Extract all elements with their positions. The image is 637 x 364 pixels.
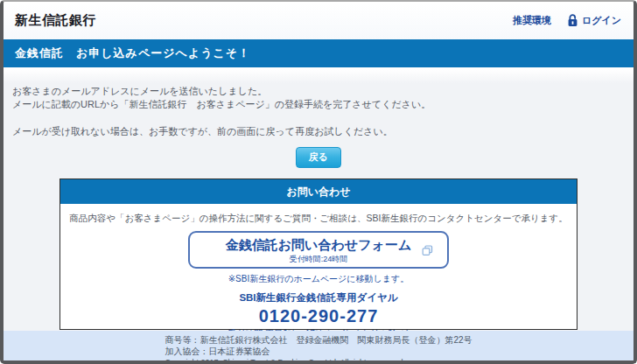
contact-box-title: お問い合わせ: [286, 185, 350, 200]
message-line-2: メールに記載のURLから「新生信託銀行 お客さまページ」の登録手続を完了させてく…: [4, 98, 634, 111]
page-title: 金銭信託 お申し込みページへようこそ！: [15, 46, 250, 61]
bank-logo-link[interactable]: 新生信託銀行: [15, 12, 96, 29]
recommended-environment-link[interactable]: 推奨環境: [513, 14, 551, 27]
external-site-note: ※SBI新生銀行のホームページに移動します。: [60, 273, 577, 285]
login-label: ログイン: [582, 14, 621, 27]
contact-box: お問い合わせ 商品内容や「お客さまページ」の操作方法に関するご質問・ご相談は、S…: [60, 178, 578, 330]
phone-dial-label: SBI新生銀行金銭信託専用ダイヤル: [60, 291, 577, 304]
footer-text-block: 商号等：新生信託銀行株式会社 登録金融機関 関東財務局長（登金）第22号 加入協…: [164, 334, 472, 360]
contact-box-body: 商品内容や「お客さまページ」の操作方法に関するご質問・ご相談は、SBI新生銀行の…: [60, 204, 577, 331]
footer: 商号等：新生信託銀行株式会社 登録金融機関 関東財務局長（登金）第22号 加入協…: [4, 331, 634, 360]
header-links: 推奨環境 ログイン: [513, 14, 621, 27]
lock-icon: [567, 14, 578, 27]
phone-number: 0120-290-277: [60, 306, 577, 326]
page-frame: 新生信託銀行 推奨環境 ログイン 金銭信託 お申し込みページへようこそ！ お客さ…: [0, 0, 637, 364]
main-content: お客さまのメールアドレスにメールを送信いたしました。 メールに記載のURLから「…: [4, 69, 634, 331]
page-title-banner: 金銭信託 お申し込みページへようこそ！: [4, 39, 634, 69]
contact-intro-text: 商品内容や「お客さまページ」の操作方法に関するご質問・ご相談は、SBI新生銀行の…: [60, 213, 577, 225]
footer-registration-line: 商号等：新生信託銀行株式会社 登録金融機関 関東財務局長（登金）第22号: [164, 334, 472, 346]
message-line-1: お客さまのメールアドレスにメールを送信いたしました。: [4, 85, 634, 98]
message-line-3: メールが受け取れない場合は、お手数ですが、前の画面に戻って再度お試しください。: [4, 125, 634, 138]
inquiry-form-label: 金銭信託お問い合わせフォーム: [190, 237, 447, 253]
new-window-icon: [422, 244, 433, 260]
inquiry-form-button[interactable]: 金銭信託お問い合わせフォーム 受付時間:24時間: [188, 231, 449, 269]
inquiry-form-hours: 受付時間:24時間: [190, 254, 447, 265]
back-button-row: 戻る: [4, 147, 634, 168]
back-button[interactable]: 戻る: [296, 147, 341, 168]
footer-association-line: 加入協会：日本証券業協会: [164, 346, 472, 357]
contact-box-header: お問い合わせ: [60, 179, 577, 204]
footer-copyright: Copyright 2017, Shinsei Trust & Banking …: [164, 357, 472, 360]
header: 新生信託銀行 推奨環境 ログイン: [4, 2, 634, 39]
login-link[interactable]: ログイン: [567, 14, 621, 27]
